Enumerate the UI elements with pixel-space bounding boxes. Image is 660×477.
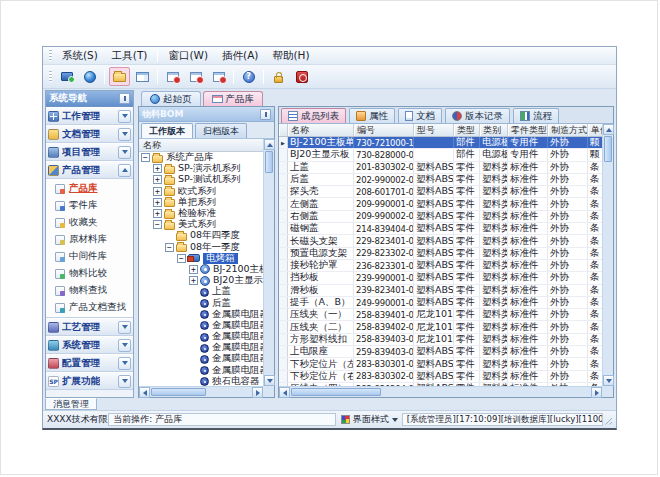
- chevron-icon[interactable]: [118, 146, 131, 159]
- lock-icon[interactable]: [268, 67, 289, 86]
- detail-tab[interactable]: 版本记录: [445, 108, 510, 123]
- table-row[interactable]: 下秒定位片（右） 283-830302-00X 塑料ABS 零件 塑料类 标准件…: [279, 371, 613, 383]
- menu-item[interactable]: 系统(S): [55, 48, 105, 64]
- scroll-left-icon[interactable]: [143, 390, 147, 396]
- window-folder-icon[interactable]: [109, 67, 130, 86]
- detail-tab[interactable]: 文档: [398, 108, 442, 123]
- sidebar-item[interactable]: 中间件库: [46, 248, 133, 265]
- table-row[interactable]: 预置电源支架 229-823302-00X 塑料ABS 零件 塑料类 标准件 外…: [279, 248, 613, 260]
- table-row[interactable]: 长磁头支架 229-823401-00X 塑料ABS 零件 塑料类 标准件 外协…: [279, 235, 613, 247]
- chevron-icon[interactable]: [118, 375, 131, 388]
- detail-tab[interactable]: 成员列表: [281, 108, 346, 123]
- column-header[interactable]: 零件类型: [508, 124, 548, 136]
- version-tab[interactable]: 工作版本: [141, 123, 193, 138]
- table-row[interactable]: 压线夹（二） 258-839402-00X 尼龙1010 零件 塑料类 标准件 …: [279, 321, 613, 333]
- menu-item[interactable]: 工具(T): [105, 48, 155, 64]
- sidebar-group-header[interactable]: 配置管理: [46, 354, 133, 372]
- chevron-icon[interactable]: [118, 128, 131, 141]
- scrollbar-thumb[interactable]: [265, 151, 273, 173]
- sidebar-group-header[interactable]: 项目管理: [46, 143, 133, 161]
- tree-node[interactable]: 金属膜电阻器: [139, 309, 263, 320]
- scroll-up-icon[interactable]: [606, 128, 612, 132]
- menu-item[interactable]: 帮助(H): [265, 48, 316, 64]
- message-manager-tab[interactable]: 消息管理: [45, 398, 97, 410]
- sidebar-item[interactable]: 收藏夹: [46, 214, 133, 231]
- table-row[interactable]: 滑秒板 239-823401-00X 塑料ABS 零件 塑料类 标准件 外协 条: [279, 285, 613, 297]
- tree-node[interactable]: 金属膜电阻器: [139, 320, 263, 331]
- tree-node[interactable]: 单把系列: [139, 197, 263, 208]
- tree-node[interactable]: 后盖: [139, 297, 263, 308]
- sidebar-item[interactable]: 零件库: [46, 197, 133, 214]
- expander-icon[interactable]: [189, 265, 198, 274]
- column-header[interactable]: 类别: [480, 124, 508, 136]
- column-header[interactable]: 制造方式: [548, 124, 588, 136]
- tree-node[interactable]: 金属膜电阻器: [139, 365, 263, 376]
- tree-node[interactable]: 08年一季度: [139, 242, 263, 253]
- menu-item[interactable]: 插件(A): [215, 48, 265, 64]
- scroll-left-icon[interactable]: [283, 390, 287, 396]
- table-row[interactable]: BJ-2100主板单点 730-721000-12X 部件 电源板 专用件 外协…: [279, 137, 613, 149]
- scrollbar-thumb[interactable]: [291, 388, 381, 396]
- tree-node[interactable]: 检验标准: [139, 208, 263, 219]
- table-row[interactable]: 左侧盖 209-990001-01X 塑料ABS 零件 塑料类 标准件 外协 条: [279, 198, 613, 210]
- table-horizontal-scrollbar[interactable]: [279, 386, 602, 397]
- tree-node[interactable]: BJ-2100主板单点: [139, 264, 263, 275]
- menubar-grip[interactable]: [49, 50, 52, 61]
- table-row[interactable]: 右侧盖 209-990002-01X 塑料ABS 零件 塑料类 标准件 外协 条: [279, 211, 613, 223]
- toolbar-icon[interactable]: [157, 70, 158, 84]
- sidebar-group-header[interactable]: 系统管理: [46, 336, 133, 354]
- sidebar-item[interactable]: 物料比较: [46, 265, 133, 282]
- tree-node[interactable]: 08年四季度: [139, 230, 263, 241]
- scrollbar-thumb[interactable]: [604, 136, 612, 162]
- expander-icon[interactable]: [153, 209, 162, 218]
- ui-style-dropdown[interactable]: 界面样式: [341, 413, 398, 426]
- tree-node[interactable]: BJ20主显示板: [139, 275, 263, 286]
- sidebar-group-header[interactable]: 产品管理: [46, 161, 133, 179]
- tree-vertical-scrollbar[interactable]: [263, 139, 274, 386]
- scroll-down-icon[interactable]: [267, 379, 273, 383]
- sidebar-item[interactable]: 原材料库: [46, 231, 133, 248]
- expander-icon[interactable]: [153, 164, 162, 173]
- tree-column-header[interactable]: 名称: [139, 139, 263, 152]
- tree-node[interactable]: 金属膜电阻器: [139, 331, 263, 342]
- column-header[interactable]: 名称: [288, 124, 354, 136]
- table-row[interactable]: 后盖 202-990002-01X 塑料ABS 零件 塑料类 标准件 外协 条: [279, 174, 613, 186]
- exit-icon[interactable]: [291, 67, 312, 86]
- tree-node[interactable]: SP-测试机系列: [139, 174, 263, 185]
- expander-icon[interactable]: [141, 153, 150, 162]
- table-row[interactable]: 下秒定位片（左） 283-830301-00X 塑料ABS 零件 塑料类 标准件…: [279, 358, 613, 370]
- scroll-right-icon[interactable]: [595, 390, 599, 396]
- scroll-down-icon[interactable]: [606, 379, 612, 383]
- sidebar-group-header[interactable]: 文档管理: [46, 125, 133, 143]
- toolbar-icon[interactable]: [263, 70, 264, 84]
- table-row[interactable]: 上电限座 259-839403-00X 塑料ABS 零件 塑料类 标准件 外协 …: [279, 346, 613, 358]
- column-header[interactable]: 编号: [354, 124, 414, 136]
- resize-grip[interactable]: [603, 415, 612, 425]
- expander-icon[interactable]: [153, 198, 162, 207]
- expander-icon[interactable]: [153, 187, 162, 196]
- menu-item[interactable]: 窗口(W): [161, 48, 215, 64]
- version-tab[interactable]: 归档版本: [195, 123, 247, 138]
- expander-icon[interactable]: [153, 175, 162, 184]
- detail-tab[interactable]: 属性: [349, 108, 395, 123]
- tree-node[interactable]: SP-演示机系列: [139, 163, 263, 174]
- toolbar-grip[interactable]: [49, 71, 52, 82]
- table-row[interactable]: 方形塑料线扣 258-839403-00X 尼龙1010 零件 塑料类 标准件 …: [279, 334, 613, 346]
- window-badge-red-icon[interactable]: [208, 67, 229, 86]
- toolbar-icon[interactable]: [104, 70, 105, 84]
- tree-node[interactable]: 美式系列: [139, 219, 263, 230]
- table-vertical-scrollbar[interactable]: [602, 124, 613, 386]
- sidebar-item[interactable]: 产品文档查找: [46, 299, 133, 316]
- column-header[interactable]: 类型: [454, 124, 480, 136]
- tree-node[interactable]: 上盖: [139, 286, 263, 297]
- help-icon[interactable]: [238, 67, 259, 86]
- sidebar-item[interactable]: 物料查找: [46, 282, 133, 299]
- table-row[interactable]: 上盖 201-830302-00X 塑料ABS 零件 塑料类 标准件 外协 条: [279, 162, 613, 174]
- table-row[interactable]: 接秒轮护罩 236-823301-00X 塑料ABS 零件 塑料类 标准件 外协…: [279, 260, 613, 272]
- sidebar-group-header[interactable]: 工艺管理: [46, 318, 133, 336]
- scrollbar-thumb[interactable]: [151, 388, 206, 396]
- expander-icon[interactable]: [189, 276, 198, 285]
- tree-node[interactable]: 系统产品库: [139, 152, 263, 163]
- document-tab[interactable]: 起始页: [141, 91, 201, 106]
- chevron-icon[interactable]: [118, 110, 131, 123]
